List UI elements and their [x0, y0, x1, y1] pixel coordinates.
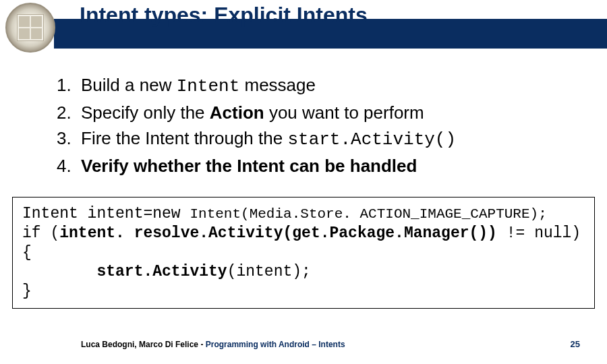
- list-number: 1.: [57, 75, 81, 96]
- page-number: 25: [571, 339, 580, 349]
- list-item: 1. Build a new Intent message: [57, 74, 580, 98]
- list-text: Verify whether the Intent can be handled: [81, 155, 417, 177]
- code-line: }: [22, 282, 585, 301]
- list-number: 2.: [57, 102, 81, 123]
- footer-left: Luca Bedogni, Marco Di Felice - Programm…: [81, 340, 345, 349]
- code-line: Intent intent=new Intent(Media.Store. AC…: [22, 204, 585, 224]
- seal-inner: [17, 14, 44, 41]
- footer-course: Programming with Android – Intents: [206, 340, 345, 349]
- list-text: Fire the Intent through the start.Activi…: [81, 127, 456, 151]
- list-number: 4.: [57, 156, 81, 177]
- list-text: Specify only the Action you want to perf…: [81, 102, 424, 124]
- list-item: 4. Verify whether the Intent can be hand…: [57, 155, 580, 177]
- list-item: 3. Fire the Intent through the start.Act…: [57, 127, 580, 151]
- university-seal-logo: [5, 3, 55, 53]
- list-text: Build a new Intent message: [81, 74, 316, 98]
- code-line: if (intent. resolve.Activity(get.Package…: [22, 224, 585, 263]
- footer-dash: -: [198, 340, 206, 349]
- code-block: Intent intent=new Intent(Media.Store. AC…: [12, 197, 595, 309]
- slide-title: Intent types: Explicit Intents: [80, 3, 368, 28]
- numbered-list: 1. Build a new Intent message 2. Specify…: [57, 74, 580, 181]
- code-line: start.Activity(intent);: [22, 262, 585, 282]
- footer: Luca Bedogni, Marco Di Felice - Programm…: [0, 339, 607, 349]
- footer-authors: Luca Bedogni, Marco Di Felice: [81, 340, 198, 349]
- list-item: 2. Specify only the Action you want to p…: [57, 102, 580, 124]
- list-number: 3.: [57, 128, 81, 149]
